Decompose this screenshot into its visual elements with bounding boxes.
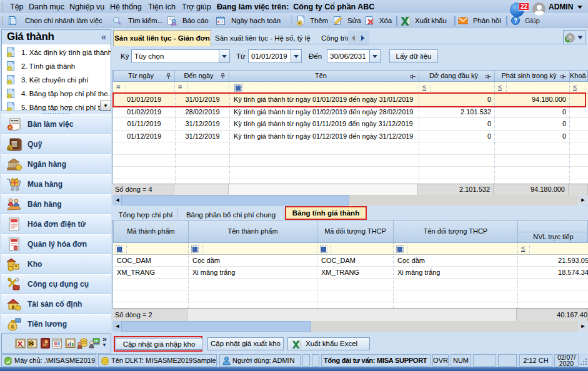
svg-text:$: $ <box>8 146 11 151</box>
svg-text:?: ? <box>514 17 517 24</box>
svg-text:$: $ <box>11 324 14 330</box>
